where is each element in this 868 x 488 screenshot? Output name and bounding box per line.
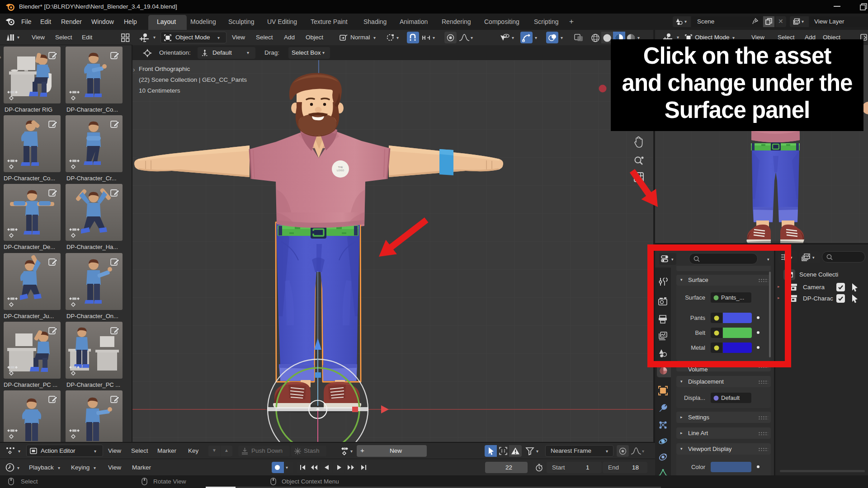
svg-text:LOGO: LOGO: [337, 169, 344, 172]
svg-text:THE: THE: [338, 166, 343, 169]
